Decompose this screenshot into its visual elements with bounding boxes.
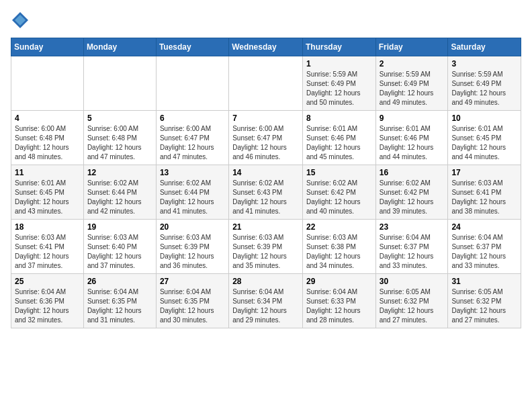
calendar-week-1: 1Sunrise: 5:59 AM Sunset: 6:49 PM Daylig… (11, 56, 521, 111)
calendar-week-5: 25Sunrise: 6:04 AM Sunset: 6:36 PM Dayli… (11, 274, 521, 328)
calendar-cell: 12Sunrise: 6:02 AM Sunset: 6:44 PM Dayli… (83, 165, 156, 220)
calendar-cell: 19Sunrise: 6:03 AM Sunset: 6:40 PM Dayli… (83, 220, 156, 274)
calendar-cell: 5Sunrise: 6:00 AM Sunset: 6:48 PM Daylig… (83, 111, 156, 165)
calendar-cell: 26Sunrise: 6:04 AM Sunset: 6:35 PM Dayli… (83, 274, 156, 328)
calendar-cell (229, 56, 303, 111)
header-tuesday: Tuesday (156, 38, 228, 56)
day-number: 21 (232, 222, 299, 232)
header-sunday: Sunday (11, 38, 84, 56)
calendar-cell: 2Sunrise: 5:59 AM Sunset: 6:49 PM Daylig… (375, 56, 448, 111)
day-number: 27 (160, 277, 225, 286)
calendar-cell: 11Sunrise: 6:01 AM Sunset: 6:45 PM Dayli… (11, 165, 84, 220)
day-info: Sunrise: 6:03 AM Sunset: 6:39 PM Dayligh… (232, 233, 299, 271)
header-thursday: Thursday (302, 38, 375, 56)
calendar-body: 1Sunrise: 5:59 AM Sunset: 6:49 PM Daylig… (11, 56, 521, 328)
day-info: Sunrise: 6:02 AM Sunset: 6:43 PM Dayligh… (232, 179, 299, 216)
day-number: 1 (306, 59, 372, 68)
calendar-cell: 31Sunrise: 6:05 AM Sunset: 6:32 PM Dayli… (448, 274, 521, 328)
day-info: Sunrise: 6:03 AM Sunset: 6:41 PM Dayligh… (15, 233, 80, 271)
day-number: 23 (380, 222, 445, 232)
day-info: Sunrise: 6:01 AM Sunset: 6:45 PM Dayligh… (15, 179, 80, 216)
day-number: 30 (380, 277, 445, 286)
day-number: 5 (87, 113, 152, 123)
calendar-cell (11, 56, 84, 111)
day-info: Sunrise: 5:59 AM Sunset: 6:49 PM Dayligh… (380, 70, 445, 107)
day-info: Sunrise: 6:05 AM Sunset: 6:32 PM Dayligh… (380, 287, 445, 325)
calendar-cell: 6Sunrise: 6:00 AM Sunset: 6:47 PM Daylig… (156, 111, 228, 165)
day-number: 16 (380, 168, 445, 177)
day-number: 8 (306, 113, 372, 123)
day-number: 6 (160, 113, 225, 123)
day-number: 15 (306, 168, 372, 177)
calendar-cell: 29Sunrise: 6:04 AM Sunset: 6:33 PM Dayli… (302, 274, 375, 328)
day-number: 26 (87, 277, 152, 286)
calendar-cell (83, 56, 156, 111)
day-number: 2 (380, 59, 445, 68)
day-info: Sunrise: 6:03 AM Sunset: 6:40 PM Dayligh… (87, 233, 152, 271)
page-header (11, 11, 521, 30)
day-info: Sunrise: 6:04 AM Sunset: 6:36 PM Dayligh… (15, 287, 80, 325)
calendar-cell: 25Sunrise: 6:04 AM Sunset: 6:36 PM Dayli… (11, 274, 84, 328)
day-info: Sunrise: 6:00 AM Sunset: 6:47 PM Dayligh… (232, 124, 299, 162)
day-info: Sunrise: 6:00 AM Sunset: 6:48 PM Dayligh… (87, 124, 152, 162)
day-number: 28 (232, 277, 299, 286)
day-info: Sunrise: 6:03 AM Sunset: 6:39 PM Dayligh… (160, 233, 225, 271)
day-number: 20 (160, 222, 225, 232)
day-number: 19 (87, 222, 152, 232)
day-info: Sunrise: 6:05 AM Sunset: 6:32 PM Dayligh… (451, 287, 517, 325)
day-info: Sunrise: 6:00 AM Sunset: 6:47 PM Dayligh… (160, 124, 225, 162)
day-number: 9 (380, 113, 445, 123)
day-number: 11 (15, 168, 80, 177)
day-number: 22 (306, 222, 372, 232)
day-info: Sunrise: 6:03 AM Sunset: 6:41 PM Dayligh… (451, 179, 517, 216)
calendar-cell: 16Sunrise: 6:02 AM Sunset: 6:42 PM Dayli… (375, 165, 448, 220)
day-number: 3 (451, 59, 517, 68)
header-monday: Monday (83, 38, 156, 56)
calendar-cell: 14Sunrise: 6:02 AM Sunset: 6:43 PM Dayli… (229, 165, 303, 220)
day-info: Sunrise: 6:02 AM Sunset: 6:44 PM Dayligh… (160, 179, 225, 216)
day-info: Sunrise: 5:59 AM Sunset: 6:49 PM Dayligh… (451, 70, 517, 107)
day-info: Sunrise: 6:04 AM Sunset: 6:35 PM Dayligh… (87, 287, 152, 325)
day-info: Sunrise: 6:00 AM Sunset: 6:48 PM Dayligh… (15, 124, 80, 162)
calendar-cell: 24Sunrise: 6:04 AM Sunset: 6:37 PM Dayli… (448, 220, 521, 274)
day-number: 29 (306, 277, 372, 286)
header-wednesday: Wednesday (229, 38, 303, 56)
calendar-cell: 30Sunrise: 6:05 AM Sunset: 6:32 PM Dayli… (375, 274, 448, 328)
day-number: 4 (15, 113, 80, 123)
day-info: Sunrise: 6:01 AM Sunset: 6:45 PM Dayligh… (451, 124, 517, 162)
day-info: Sunrise: 6:02 AM Sunset: 6:44 PM Dayligh… (87, 179, 152, 216)
day-number: 10 (451, 113, 517, 123)
day-number: 7 (232, 113, 299, 123)
day-info: Sunrise: 6:04 AM Sunset: 6:35 PM Dayligh… (160, 287, 225, 325)
day-info: Sunrise: 6:04 AM Sunset: 6:37 PM Dayligh… (380, 233, 445, 271)
calendar-cell: 9Sunrise: 6:01 AM Sunset: 6:46 PM Daylig… (375, 111, 448, 165)
calendar-cell: 1Sunrise: 5:59 AM Sunset: 6:49 PM Daylig… (302, 56, 375, 111)
calendar-cell: 7Sunrise: 6:00 AM Sunset: 6:47 PM Daylig… (229, 111, 303, 165)
calendar-week-3: 11Sunrise: 6:01 AM Sunset: 6:45 PM Dayli… (11, 165, 521, 220)
logo (11, 11, 31, 30)
day-info: Sunrise: 6:04 AM Sunset: 6:34 PM Dayligh… (232, 287, 299, 325)
calendar-cell: 15Sunrise: 6:02 AM Sunset: 6:42 PM Dayli… (302, 165, 375, 220)
day-info: Sunrise: 5:59 AM Sunset: 6:49 PM Dayligh… (306, 70, 372, 107)
day-info: Sunrise: 6:02 AM Sunset: 6:42 PM Dayligh… (306, 179, 372, 216)
header-friday: Friday (375, 38, 448, 56)
logo-icon (11, 11, 30, 30)
calendar-cell: 4Sunrise: 6:00 AM Sunset: 6:48 PM Daylig… (11, 111, 84, 165)
day-number: 14 (232, 168, 299, 177)
day-number: 13 (160, 168, 225, 177)
day-info: Sunrise: 6:01 AM Sunset: 6:46 PM Dayligh… (306, 124, 372, 162)
day-number: 31 (451, 277, 517, 286)
calendar-table: SundayMondayTuesdayWednesdayThursdayFrid… (11, 38, 521, 328)
calendar-week-2: 4Sunrise: 6:00 AM Sunset: 6:48 PM Daylig… (11, 111, 521, 165)
header-saturday: Saturday (448, 38, 521, 56)
calendar-cell: 17Sunrise: 6:03 AM Sunset: 6:41 PM Dayli… (448, 165, 521, 220)
day-info: Sunrise: 6:04 AM Sunset: 6:33 PM Dayligh… (306, 287, 372, 325)
calendar-week-4: 18Sunrise: 6:03 AM Sunset: 6:41 PM Dayli… (11, 220, 521, 274)
day-info: Sunrise: 6:02 AM Sunset: 6:42 PM Dayligh… (380, 179, 445, 216)
calendar-cell: 10Sunrise: 6:01 AM Sunset: 6:45 PM Dayli… (448, 111, 521, 165)
calendar-cell (156, 56, 228, 111)
calendar-cell: 27Sunrise: 6:04 AM Sunset: 6:35 PM Dayli… (156, 274, 228, 328)
calendar-cell: 22Sunrise: 6:03 AM Sunset: 6:38 PM Dayli… (302, 220, 375, 274)
calendar-cell: 18Sunrise: 6:03 AM Sunset: 6:41 PM Dayli… (11, 220, 84, 274)
day-number: 24 (451, 222, 517, 232)
